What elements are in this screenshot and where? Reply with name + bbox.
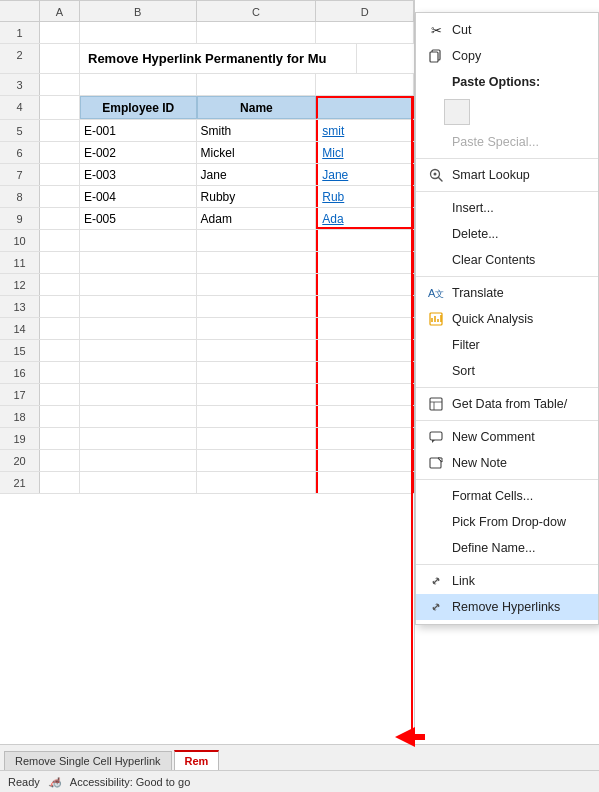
col-employee-id-header[interactable]: Employee ID bbox=[80, 96, 197, 119]
corner-header bbox=[0, 1, 40, 21]
separator bbox=[416, 191, 598, 192]
table-row: 12 bbox=[0, 274, 414, 296]
accessibility-text: Accessibility: Good to go bbox=[70, 776, 190, 788]
status-bar: Ready 🦽 Accessibility: Good to go bbox=[0, 770, 599, 792]
new-note-icon bbox=[426, 457, 446, 470]
separator bbox=[416, 387, 598, 388]
menu-item-copy[interactable]: Copy bbox=[416, 43, 598, 69]
ready-status: Ready bbox=[8, 776, 40, 788]
red-border-line bbox=[411, 96, 413, 736]
table-row: 18 bbox=[0, 406, 414, 428]
sheet-tab-1[interactable]: Remove Single Cell Hyperlink bbox=[4, 751, 172, 770]
table-row: 15 bbox=[0, 340, 414, 362]
table-row: 5 E-001 Smith smit bbox=[0, 120, 414, 142]
paste-icon-area[interactable] bbox=[416, 95, 598, 129]
separator bbox=[416, 158, 598, 159]
table-row: 3 bbox=[0, 74, 414, 96]
menu-item-quick-analysis[interactable]: Quick Analysis bbox=[416, 306, 598, 332]
context-menu: ✂ Cut Copy Paste Options: Paste Special.… bbox=[415, 12, 599, 625]
col-header-d: D bbox=[316, 1, 414, 21]
table-row: 9 E-005 Adam Ada bbox=[0, 208, 414, 230]
table-row: 20 bbox=[0, 450, 414, 472]
col-name-header[interactable]: Name bbox=[197, 96, 317, 119]
paste-clipboard-icon bbox=[444, 99, 470, 125]
translate-icon: A文 bbox=[426, 286, 446, 300]
svg-line-3 bbox=[439, 178, 443, 182]
column-headers: A B C D bbox=[0, 0, 414, 22]
paste-options-title: Paste Options: bbox=[416, 69, 598, 95]
sheet-tabs: Remove Single Cell Hyperlink Rem bbox=[0, 744, 599, 770]
menu-item-delete[interactable]: Delete... bbox=[416, 221, 598, 247]
svg-marker-19 bbox=[438, 458, 442, 462]
separator bbox=[416, 276, 598, 277]
menu-item-new-comment[interactable]: New Comment bbox=[416, 424, 598, 450]
table-row: 16 bbox=[0, 362, 414, 384]
smart-lookup-icon bbox=[426, 168, 446, 182]
table-row: 8 E-004 Rubby Rub bbox=[0, 186, 414, 208]
cut-icon: ✂ bbox=[426, 23, 446, 38]
menu-item-remove-hyperlinks[interactable]: Remove Hyperlinks bbox=[416, 594, 598, 620]
menu-item-paste-special[interactable]: Paste Special... bbox=[416, 129, 598, 155]
menu-item-sort[interactable]: Sort bbox=[416, 358, 598, 384]
col-header-c: C bbox=[197, 1, 317, 21]
quick-analysis-icon bbox=[426, 312, 446, 326]
menu-item-format-cells[interactable]: Format Cells... bbox=[416, 483, 598, 509]
menu-item-link[interactable]: Link bbox=[416, 568, 598, 594]
table-row: 1 bbox=[0, 22, 414, 44]
table-row: 4 Employee ID Name bbox=[0, 96, 414, 120]
col-header-b: B bbox=[80, 1, 197, 21]
table-row: 14 bbox=[0, 318, 414, 340]
menu-item-clear-contents[interactable]: Clear Contents bbox=[416, 247, 598, 273]
menu-item-cut[interactable]: ✂ Cut bbox=[416, 17, 598, 43]
svg-marker-16 bbox=[432, 440, 435, 443]
title-cell[interactable]: Remove Hyperlink Permanently for Mu bbox=[80, 44, 357, 73]
table-row: 2 Remove Hyperlink Permanently for Mu bbox=[0, 44, 414, 74]
svg-marker-20 bbox=[395, 727, 425, 747]
table-row: 21 bbox=[0, 472, 414, 494]
table-row: 10 bbox=[0, 230, 414, 252]
separator bbox=[416, 479, 598, 480]
svg-text:文: 文 bbox=[435, 289, 444, 299]
table-row: 19 bbox=[0, 428, 414, 450]
menu-item-smart-lookup[interactable]: Smart Lookup bbox=[416, 162, 598, 188]
table-row: 6 E-002 Mickel Micl bbox=[0, 142, 414, 164]
menu-item-translate[interactable]: A文 Translate bbox=[416, 280, 598, 306]
svg-rect-12 bbox=[430, 398, 442, 410]
separator bbox=[416, 420, 598, 421]
copy-icon bbox=[426, 49, 446, 63]
table-row: 11 bbox=[0, 252, 414, 274]
table-row: 13 bbox=[0, 296, 414, 318]
col-link-header[interactable] bbox=[316, 96, 414, 119]
table-row: 17 bbox=[0, 384, 414, 406]
separator bbox=[416, 564, 598, 565]
svg-rect-15 bbox=[430, 432, 442, 440]
svg-point-4 bbox=[434, 173, 437, 176]
menu-item-filter[interactable]: Filter bbox=[416, 332, 598, 358]
menu-item-get-data[interactable]: Get Data from Table/ bbox=[416, 391, 598, 417]
sheet-tab-2[interactable]: Rem bbox=[174, 750, 220, 770]
spreadsheet: A B C D 1 2 Remove Hyperlink Permanently… bbox=[0, 0, 415, 760]
menu-item-insert[interactable]: Insert... bbox=[416, 195, 598, 221]
new-comment-icon bbox=[426, 431, 446, 444]
remove-hyperlinks-icon bbox=[426, 600, 446, 614]
table-row: 7 E-003 Jane Jane bbox=[0, 164, 414, 186]
menu-item-define-name[interactable]: Define Name... bbox=[416, 535, 598, 561]
get-data-icon bbox=[426, 397, 446, 411]
menu-item-new-note[interactable]: New Note bbox=[416, 450, 598, 476]
col-header-a: A bbox=[40, 1, 80, 21]
link-icon bbox=[426, 574, 446, 588]
menu-item-pick-dropdown[interactable]: Pick From Drop-dow bbox=[416, 509, 598, 535]
red-arrow-indicator bbox=[395, 727, 425, 750]
svg-rect-1 bbox=[430, 52, 438, 62]
accessibility-icon: 🦽 bbox=[48, 775, 62, 788]
